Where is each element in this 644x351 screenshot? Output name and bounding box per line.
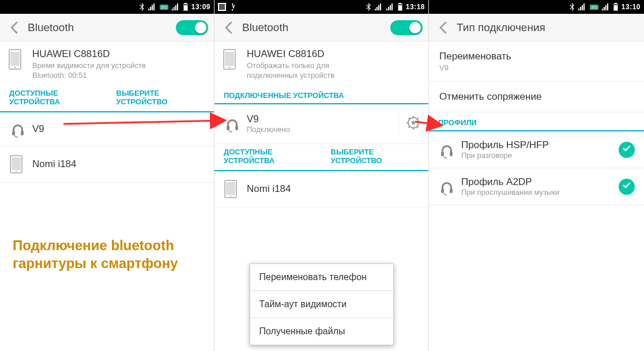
svg-rect-2	[184, 5, 187, 10]
svg-point-18	[229, 67, 231, 69]
profile-a2dp[interactable]: Профиль A2DP При прослушивании музыки	[429, 168, 644, 205]
device-status: Подключено	[247, 125, 398, 134]
statusbar: 2G 13:09	[0, 0, 214, 14]
device-name: HUAWEI C8816D	[247, 48, 419, 60]
device-visibility-2: подключенных устройств	[247, 71, 419, 80]
signal-icon	[375, 3, 383, 10]
header: Bluetooth	[214, 14, 428, 41]
network-2g-icon: 2G	[160, 5, 168, 10]
svg-rect-12	[219, 4, 225, 10]
signal-icon	[578, 3, 586, 10]
signal2-icon	[386, 3, 394, 10]
headset-icon	[438, 178, 461, 195]
device-visibility: Время видимости для устройств	[32, 61, 205, 71]
device-label: V9	[32, 123, 205, 135]
statusbar: 13:18	[214, 0, 428, 14]
back-button[interactable]	[220, 21, 236, 34]
tab-select[interactable]: ВЫБЕРИТЕ УСТРОЙСТВО	[107, 85, 214, 111]
svg-rect-9	[12, 157, 21, 170]
svg-rect-38	[450, 152, 453, 156]
tab-available[interactable]: ДОСТУПНЫЕ УСТРОЙСТВА	[214, 144, 322, 170]
phone-icon	[8, 48, 22, 73]
bluetooth-toggle[interactable]	[390, 20, 423, 35]
status-time: 13:10	[622, 3, 641, 11]
device-name: HUAWEI C8816D	[32, 48, 205, 60]
profile-label: Профиль HSP/HFP	[461, 139, 619, 151]
gallery-icon	[218, 3, 226, 11]
back-button[interactable]	[435, 21, 451, 34]
network-2g-icon: 2G	[590, 5, 598, 10]
battery-icon	[183, 3, 188, 11]
profile-enabled-checkbox[interactable]	[619, 142, 635, 158]
profile-sublabel: При разговоре	[461, 151, 619, 160]
svg-point-10	[16, 171, 17, 172]
svg-rect-32	[226, 182, 235, 195]
signal2-icon	[602, 3, 610, 10]
header: Bluetooth	[0, 14, 214, 41]
device-label: V9	[247, 114, 398, 125]
screen-3: 2G 13:10 Тип подключения Переименовать V…	[429, 0, 644, 351]
device-v9[interactable]: V9	[0, 112, 214, 146]
tabs: ДОСТУПНЫЕ УСТРОЙСТВА ВЫБЕРИТЕ УСТРОЙСТВО	[214, 144, 428, 171]
device-label: Nomi i184	[247, 183, 419, 195]
profile-sublabel: При прослушивании музыки	[461, 188, 619, 197]
screen-2: 13:18 Bluetooth HUAWEI C8816D Отображать…	[214, 0, 429, 351]
svg-rect-4	[10, 52, 20, 66]
headset-icon	[224, 115, 247, 133]
menu-visibility-timeout[interactable]: Тайм-аут видимости	[250, 291, 393, 318]
rename-value: V9	[439, 63, 634, 72]
caption-text: Подключение bluetooth гарнитуры к смартф…	[13, 236, 209, 272]
tab-available[interactable]: ДОСТУПНЫЕ УСТРОЙСТВА	[0, 85, 107, 111]
section-profiles: ПРОФИЛИ	[429, 112, 644, 131]
profile-label: Профиль A2DP	[461, 176, 619, 188]
phone-icon	[223, 48, 236, 73]
svg-rect-6	[12, 131, 15, 135]
menu-received-files[interactable]: Полученные файлы	[250, 318, 393, 345]
svg-line-30	[416, 118, 418, 119]
svg-rect-40	[450, 188, 453, 193]
bluetooth-icon	[569, 3, 575, 11]
phone-icon	[224, 179, 247, 199]
my-device[interactable]: HUAWEI C8816D Отображать только для подк…	[214, 41, 428, 85]
connected-device-v9[interactable]: V9 Подключено	[214, 104, 428, 144]
device-nomi[interactable]: Nomi i184	[214, 171, 428, 207]
profile-enabled-checkbox[interactable]	[619, 179, 635, 195]
device-nomi[interactable]: Nomi i184	[0, 146, 214, 183]
svg-rect-37	[441, 152, 444, 156]
page-title: Bluetooth	[22, 21, 176, 34]
unpair-label: Отменить сопряжение	[439, 91, 634, 103]
menu-rename-phone[interactable]: Переименовать телефон	[250, 264, 393, 291]
headset-icon	[9, 120, 32, 138]
svg-rect-39	[441, 188, 444, 193]
phone-icon	[9, 154, 32, 174]
device-visibility: Отображать только для	[247, 61, 419, 71]
check-icon	[622, 144, 631, 156]
bluetooth-icon	[139, 3, 145, 11]
svg-rect-19	[227, 126, 229, 130]
profile-hsp-hfp[interactable]: Профиль HSP/HFP При разговоре	[429, 131, 644, 168]
usb-icon	[229, 3, 235, 11]
bluetooth-toggle[interactable]	[176, 20, 208, 35]
my-device[interactable]: HUAWEI C8816D Время видимости для устрой…	[0, 41, 214, 85]
svg-line-29	[408, 126, 410, 128]
status-time: 13:18	[406, 3, 425, 11]
bluetooth-icon	[366, 3, 371, 11]
header: Тип подключения	[429, 14, 644, 41]
annotation-caption: Подключение bluetooth гарнитуры к смартф…	[13, 236, 209, 272]
check-icon	[622, 181, 631, 193]
device-settings-button[interactable]	[398, 112, 419, 135]
device-label: Nomi i184	[32, 158, 205, 170]
statusbar: 2G 13:10	[429, 0, 644, 14]
rename-item[interactable]: Переименовать V9	[429, 41, 644, 82]
back-button[interactable]	[6, 21, 22, 34]
svg-line-27	[408, 118, 410, 119]
context-menu: Переименовать телефон Тайм-аут видимости…	[250, 263, 394, 345]
tab-select[interactable]: ВЫБЕРИТЕ УСТРОЙСТВО	[322, 144, 429, 170]
battery-icon	[613, 3, 618, 11]
signal2-icon	[172, 3, 180, 10]
status-time: 13:09	[191, 3, 210, 11]
unpair-item[interactable]: Отменить сопряжение	[429, 82, 644, 112]
section-connected: ПОДКЛЮЧЕННЫЕ УСТРОЙСТВА	[214, 85, 428, 104]
svg-rect-36	[614, 5, 617, 10]
tabs: ДОСТУПНЫЕ УСТРОЙСТВА ВЫБЕРИТЕ УСТРОЙСТВО	[0, 85, 214, 112]
